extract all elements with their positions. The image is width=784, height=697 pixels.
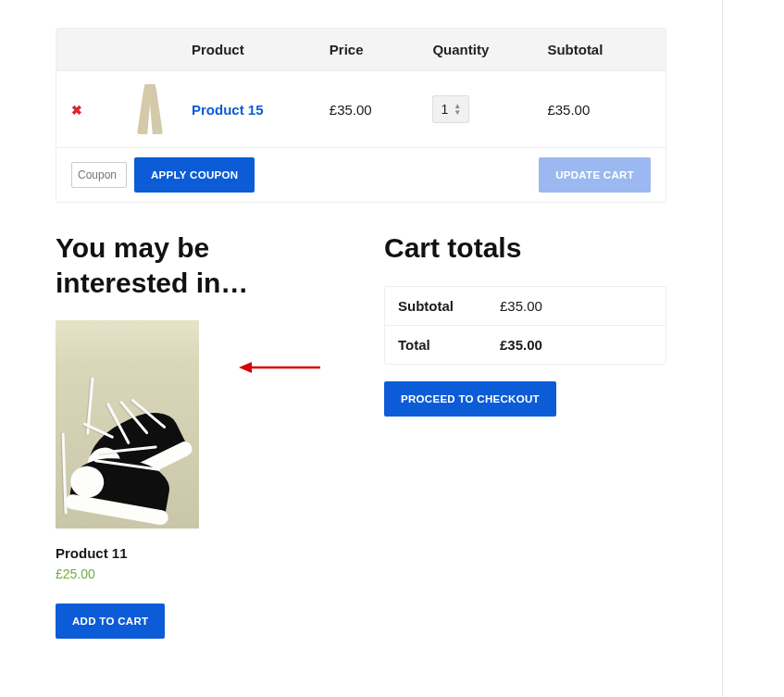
cross-sell-product-name: Product 11 [56,545,199,561]
coupon-input[interactable] [71,162,127,188]
cart-item-row: ✖ Product 15 £35.00 1 ▲▼ £35.00 [56,71,666,148]
cart-totals-heading: Cart totals [384,230,666,266]
update-cart-button[interactable]: Update Cart [539,157,651,193]
item-subtotal: £35.00 [547,102,651,118]
header-price: Price [330,42,433,57]
totals-label: Total [398,337,500,353]
remove-item-button[interactable]: ✖ [71,103,82,118]
cross-sell-heading: You may be interested in… [56,230,338,300]
totals-total-row: Total £35.00 [385,326,666,364]
cart-table: Product Price Quantity Subtotal ✖ Produc… [56,28,666,203]
header-quantity: Quantity [432,42,547,57]
item-price: £35.00 [330,102,433,118]
vertical-divider [722,0,723,697]
product-image[interactable] [56,320,199,529]
cart-totals-table: Subtotal £35.00 Total £35.00 [384,286,666,365]
quantity-spinner-icon[interactable]: ▲▼ [454,103,461,116]
proceed-to-checkout-button[interactable]: Proceed to Checkout [384,381,556,417]
quantity-value: 1 [441,102,448,117]
cross-sell-product[interactable]: Product 11 £25.00 Add to Cart [56,320,199,639]
add-to-cart-button[interactable]: Add to Cart [56,604,165,639]
header-product: Product [192,42,330,57]
totals-subtotal-row: Subtotal £35.00 [385,287,666,326]
quantity-stepper[interactable]: 1 ▲▼ [432,95,469,123]
cart-header-row: Product Price Quantity Subtotal [56,29,666,71]
totals-value: £35.00 [500,337,542,353]
product-thumbnail[interactable] [137,84,163,134]
apply-coupon-button[interactable]: Apply Coupon [134,157,255,193]
header-subtotal: Subtotal [547,42,651,57]
totals-value: £35.00 [500,298,542,314]
cart-actions-row: Apply Coupon Update Cart [56,148,666,202]
product-link[interactable]: Product 15 [192,102,264,118]
cross-sell-product-price: £25.00 [56,566,199,581]
totals-label: Subtotal [398,298,500,314]
